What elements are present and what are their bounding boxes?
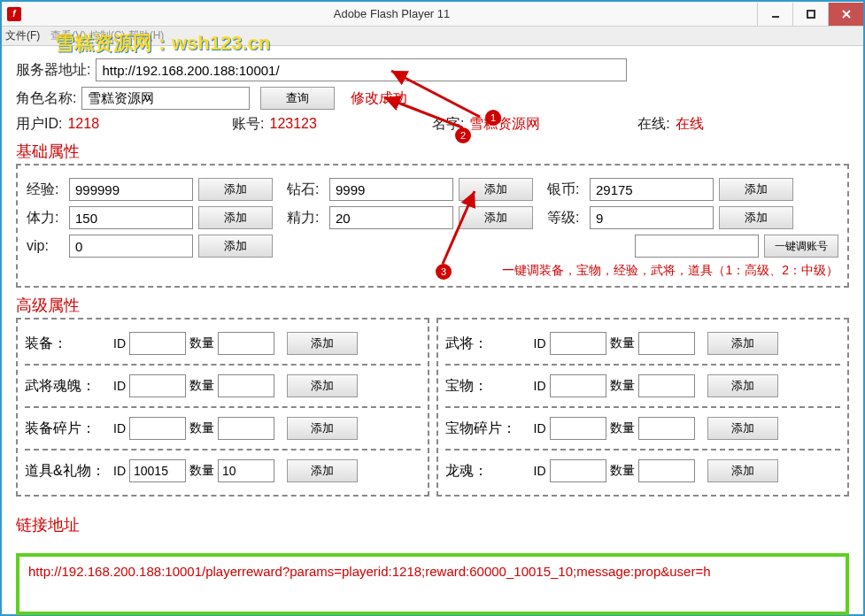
minimize-button[interactable] [757,3,792,26]
adv-add-button[interactable]: 添加 [707,332,778,355]
id-input[interactable] [129,417,186,440]
energy-label: 精力: [287,209,324,227]
qty-label: 数量 [189,420,214,436]
online-label: 在线: [637,116,669,131]
id-label: ID [113,336,126,350]
online-value: 在线 [676,116,704,131]
id-input[interactable] [550,374,606,397]
titlebar: f Adobe Flash Player 11 [2,2,863,27]
app-window: f Adobe Flash Player 11 文件(F) 查看(V) 控制(C… [0,0,865,616]
energy-input[interactable] [329,206,453,229]
adv-add-button[interactable]: 添加 [287,417,358,440]
url-box[interactable]: http://192.168.200.188:10001/playerrewar… [16,553,849,615]
basic-title: 基础属性 [16,141,849,162]
id-label: ID [113,464,126,478]
adv-row: 装备：ID数量添加 [25,323,421,366]
url-title: 链接地址 [16,514,849,535]
acct-value: 123123 [270,116,317,131]
server-input[interactable] [96,58,627,81]
id-input[interactable] [129,332,186,355]
vip-add-button[interactable]: 添加 [198,235,273,258]
adv-row: 武将：ID数量添加 [445,323,841,366]
adv-row: 武将魂魄：ID数量添加 [25,366,421,408]
onekey-note: 一键调装备，宝物，经验，武将，道具（1：高级、2：中级） [502,263,838,277]
adv-label: 武将： [445,335,534,353]
adv-row: 宝物碎片：ID数量添加 [445,408,841,450]
exp-input[interactable] [69,178,193,201]
menu-file[interactable]: 文件(F) [5,28,40,43]
qty-label: 数量 [610,463,635,479]
qty-label: 数量 [189,378,214,394]
adv-col-right: 武将：ID数量添加宝物：ID数量添加宝物碎片：ID数量添加龙魂：ID数量添加 [436,318,850,497]
id-label: ID [534,336,546,350]
silver-add-button[interactable]: 添加 [719,178,793,201]
badge-3: 3 [436,264,452,280]
menubar: 文件(F) 查看(V) 控制(C) 帮助(H) [2,27,863,46]
adv-label: 装备： [25,335,113,353]
diamond-label: 钻石: [287,181,324,199]
userid-label: 用户ID: [16,116,62,131]
id-input[interactable] [129,374,186,397]
level-label: 等级: [547,209,584,227]
vip-label: vip: [27,238,64,254]
diamond-add-button[interactable]: 添加 [459,178,533,201]
qty-input[interactable] [218,459,274,482]
name-value: 雪糕资源网 [469,116,540,131]
adv-row: 装备碎片：ID数量添加 [25,408,421,450]
adv-add-button[interactable]: 添加 [287,332,358,355]
maximize-button[interactable] [792,3,828,26]
qty-input[interactable] [638,459,695,482]
role-label: 角色名称: [16,89,76,108]
qty-input[interactable] [218,374,274,397]
basic-panel: 经验:添加 钻石:添加 银币:添加 体力:添加 精力:添加 等级:添加 vip:… [16,164,849,288]
stamina-add-button[interactable]: 添加 [198,206,273,229]
id-label: ID [113,421,126,435]
acct-label: 账号: [232,116,264,131]
adv-add-button[interactable]: 添加 [707,374,778,397]
vip-input[interactable] [69,235,193,258]
id-label: ID [534,379,546,393]
adv-add-button[interactable]: 添加 [707,417,778,440]
qty-input[interactable] [218,417,274,440]
energy-add-button[interactable]: 添加 [459,206,533,229]
qty-input[interactable] [638,332,695,355]
onekey-input[interactable] [635,235,759,258]
id-label: ID [534,464,546,478]
adv-add-button[interactable]: 添加 [707,459,778,482]
window-title: Adobe Flash Player 11 [27,7,757,20]
level-add-button[interactable]: 添加 [719,206,793,229]
status-text: 修改成功 [351,89,407,108]
stamina-input[interactable] [69,206,193,229]
id-input[interactable] [550,332,606,355]
svg-rect-1 [807,11,815,18]
qty-input[interactable] [638,417,695,440]
qty-label: 数量 [610,378,635,394]
query-button[interactable]: 查询 [260,87,335,110]
close-button[interactable] [828,3,863,26]
menu-rest[interactable]: 查看(V) 控制(C) 帮助(H) [50,28,164,43]
adv-row: 龙魂：ID数量添加 [445,450,841,491]
role-input[interactable] [81,87,250,110]
adv-label: 宝物： [445,377,534,396]
server-label: 服务器地址: [16,61,90,80]
qty-label: 数量 [610,335,635,351]
exp-label: 经验: [27,181,64,199]
adv-label: 武将魂魄： [25,377,113,396]
level-input[interactable] [590,206,714,229]
id-input[interactable] [550,417,606,440]
onekey-button[interactable]: 一键调账号 [764,235,838,258]
id-input[interactable] [129,459,186,482]
qty-label: 数量 [189,335,214,351]
exp-add-button[interactable]: 添加 [198,178,273,201]
id-label: ID [534,421,546,435]
adv-add-button[interactable]: 添加 [287,374,358,397]
id-input[interactable] [550,459,606,482]
adv-col-left: 装备：ID数量添加武将魂魄：ID数量添加装备碎片：ID数量添加道具&礼物：ID数… [16,318,429,497]
silver-input[interactable] [590,178,714,201]
qty-input[interactable] [638,374,695,397]
qty-input[interactable] [218,332,274,355]
adv-add-button[interactable]: 添加 [287,459,358,482]
diamond-input[interactable] [329,178,453,201]
badge-1: 1 [485,110,501,126]
userid-value: 1218 [67,116,99,131]
